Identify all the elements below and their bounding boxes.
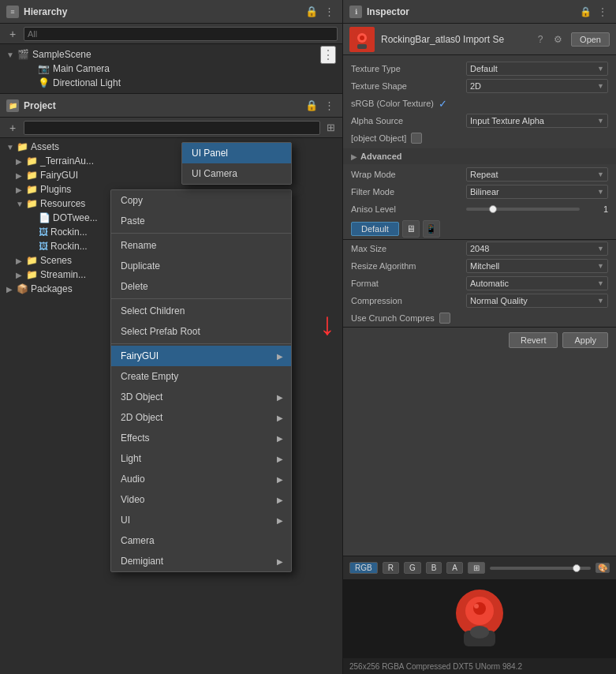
ctx-2d-object[interactable]: 2D Object ▶ bbox=[111, 407, 291, 428]
inspector-more-btn[interactable]: ⋮ bbox=[595, 5, 610, 19]
alpha-transparency-label: [object Object] bbox=[351, 133, 406, 143]
platform-tabs: Default 🖥 📱 bbox=[343, 218, 616, 240]
svg-point-2 bbox=[360, 36, 364, 40]
alpha-transparency-check[interactable] bbox=[411, 133, 422, 144]
max-size-text: 2048 bbox=[470, 244, 489, 253]
wrap-mode-value: Repeat ▼ bbox=[466, 167, 608, 182]
ctx-light[interactable]: Light ▶ bbox=[111, 448, 291, 469]
open-button[interactable]: Open bbox=[571, 32, 610, 47]
asset-info-bar: RockingBar_atlas0 Import Se ? ⚙ Open bbox=[343, 24, 616, 55]
asset-help-btn[interactable]: ? bbox=[533, 32, 547, 47]
scene-icon-unity: 🎬 bbox=[17, 49, 29, 60]
ctx-video[interactable]: Video ▶ bbox=[111, 489, 291, 510]
submenu-ui-camera-label: UI Camera bbox=[192, 168, 237, 179]
ctx-copy[interactable]: Copy bbox=[111, 190, 291, 211]
alpha-source-dropdown[interactable]: Input Texture Alpha ▼ bbox=[466, 114, 608, 128]
scene-label: SampleScene bbox=[32, 49, 91, 60]
ctx-fairygui[interactable]: FairyGUI ▶ bbox=[111, 346, 291, 366]
inspector-title: Inspector bbox=[367, 6, 573, 17]
resources-arrow: ▼ bbox=[16, 200, 24, 208]
ctx-ui[interactable]: UI ▶ bbox=[111, 510, 291, 530]
inspector-actions: Revert Apply bbox=[343, 327, 616, 353]
ctx-delete[interactable]: Delete bbox=[111, 276, 291, 297]
max-size-dropdown[interactable]: 2048 ▼ bbox=[466, 242, 608, 256]
revert-button[interactable]: Revert bbox=[509, 332, 558, 348]
advanced-section[interactable]: ▶ Advanced bbox=[343, 148, 616, 164]
ctx-audio[interactable]: Audio ▶ bbox=[111, 469, 291, 489]
assets-arrow: ▼ bbox=[6, 143, 14, 152]
texture-svg bbox=[444, 583, 515, 654]
apply-button[interactable]: Apply bbox=[562, 332, 608, 348]
scenes-label: Scenes bbox=[40, 255, 72, 266]
aniso-slider[interactable] bbox=[466, 208, 580, 211]
compression-dropdown[interactable]: Normal Quality ▼ bbox=[466, 294, 608, 308]
channel-rgb[interactable]: RGB bbox=[349, 562, 378, 574]
channel-r[interactable]: R bbox=[383, 562, 399, 574]
hierarchy-header-actions: 🔒 ⋮ bbox=[304, 5, 336, 19]
scene-item[interactable]: ▼ 🎬 SampleScene ⋮ bbox=[0, 47, 342, 62]
compression-text: Normal Quality bbox=[470, 296, 528, 305]
platform-tab-default[interactable]: Default bbox=[351, 222, 399, 236]
ctx-paste[interactable]: Paste bbox=[111, 211, 291, 231]
wrap-mode-dropdown[interactable]: Repeat ▼ bbox=[466, 167, 608, 182]
project-more-btn[interactable]: ⋮ bbox=[322, 99, 336, 113]
ctx-effects[interactable]: Effects ▶ bbox=[111, 428, 291, 448]
packages-icon: 📦 bbox=[17, 283, 28, 294]
project-lock-btn[interactable]: 🔒 bbox=[304, 99, 319, 113]
project-search[interactable] bbox=[24, 121, 320, 135]
channel-color[interactable]: 🎨 bbox=[595, 563, 610, 573]
ctx-3d-object[interactable]: 3D Object ▶ bbox=[111, 387, 291, 407]
ctx-select-prefab-root[interactable]: Select Prefab Root bbox=[111, 321, 291, 342]
ctx-camera[interactable]: Camera bbox=[111, 530, 291, 551]
ctx-rename[interactable]: Rename bbox=[111, 235, 291, 256]
channel-a[interactable]: A bbox=[446, 562, 463, 574]
ctx-demigiant-arrow: ▶ bbox=[277, 557, 283, 566]
ctx-select-children[interactable]: Select Children bbox=[111, 301, 291, 321]
scenes-icon: 📁 bbox=[26, 255, 38, 266]
ctx-ui-arrow: ▶ bbox=[277, 516, 283, 525]
format-dropdown[interactable]: Automatic ▼ bbox=[466, 276, 608, 290]
crunch-check[interactable] bbox=[439, 313, 450, 324]
ctx-video-arrow: ▶ bbox=[277, 496, 283, 504]
alpha-slider[interactable] bbox=[490, 567, 591, 570]
rocking2-label: Rockin... bbox=[50, 241, 88, 252]
inspector-header: ℹ Inspector 🔒 ⋮ bbox=[343, 0, 616, 24]
max-size-value: 2048 ▼ bbox=[466, 242, 608, 256]
platform-tab-monitor[interactable]: 🖥 bbox=[402, 220, 420, 238]
directional-light-item[interactable]: 💡 Directional Light bbox=[0, 76, 342, 90]
format-label: Format bbox=[351, 279, 461, 288]
wrap-mode-arrow: ▼ bbox=[597, 170, 604, 178]
channel-extra[interactable]: ⊞ bbox=[468, 562, 485, 574]
algorithm-dropdown[interactable]: Mitchell ▼ bbox=[466, 259, 608, 273]
hierarchy-add-btn[interactable]: + bbox=[5, 26, 21, 42]
hierarchy-search[interactable] bbox=[24, 27, 338, 41]
texture-type-dropdown[interactable]: Default ▼ bbox=[466, 62, 608, 76]
hierarchy-more-btn[interactable]: ⋮ bbox=[322, 5, 336, 19]
main-camera-item[interactable]: 📷 Main Camera bbox=[0, 62, 342, 76]
submenu-ui-camera[interactable]: UI Camera bbox=[182, 163, 291, 184]
filter-mode-row: Filter Mode Bilinear ▼ bbox=[343, 183, 616, 200]
svg-point-10 bbox=[470, 626, 489, 638]
ctx-demigiant[interactable]: Demigiant ▶ bbox=[111, 551, 291, 571]
inspector-panel: ℹ Inspector 🔒 ⋮ RockingBar_atlas0 Import… bbox=[343, 0, 616, 674]
fairygui-label: FairyGUI bbox=[40, 170, 78, 181]
scene-menu-btn[interactable]: ⋮ bbox=[320, 46, 336, 64]
ctx-audio-label: Audio bbox=[121, 474, 145, 485]
project-add-btn[interactable]: + bbox=[5, 120, 21, 136]
asset-gear-btn[interactable]: ⚙ bbox=[551, 32, 565, 47]
compression-label: Compression bbox=[351, 296, 461, 305]
hierarchy-header: ≡ Hierarchy 🔒 ⋮ bbox=[0, 0, 342, 24]
ctx-create-empty-label: Create Empty bbox=[121, 371, 178, 382]
hierarchy-lock-btn[interactable]: 🔒 bbox=[304, 5, 319, 19]
channel-b[interactable]: B bbox=[426, 562, 442, 574]
inspector-lock-btn[interactable]: 🔒 bbox=[578, 5, 592, 19]
texture-shape-dropdown[interactable]: 2D ▼ bbox=[466, 79, 608, 93]
ctx-duplicate[interactable]: Duplicate bbox=[111, 256, 291, 276]
algorithm-arrow: ▼ bbox=[597, 262, 604, 270]
project-filter-btn[interactable]: ⊞ bbox=[323, 121, 338, 135]
channel-g[interactable]: G bbox=[404, 562, 421, 574]
ctx-create-empty[interactable]: Create Empty bbox=[111, 366, 291, 387]
platform-tab-android[interactable]: 📱 bbox=[423, 220, 440, 238]
submenu-ui-panel[interactable]: UI Panel bbox=[182, 143, 291, 163]
filter-mode-dropdown[interactable]: Bilinear ▼ bbox=[466, 185, 608, 199]
